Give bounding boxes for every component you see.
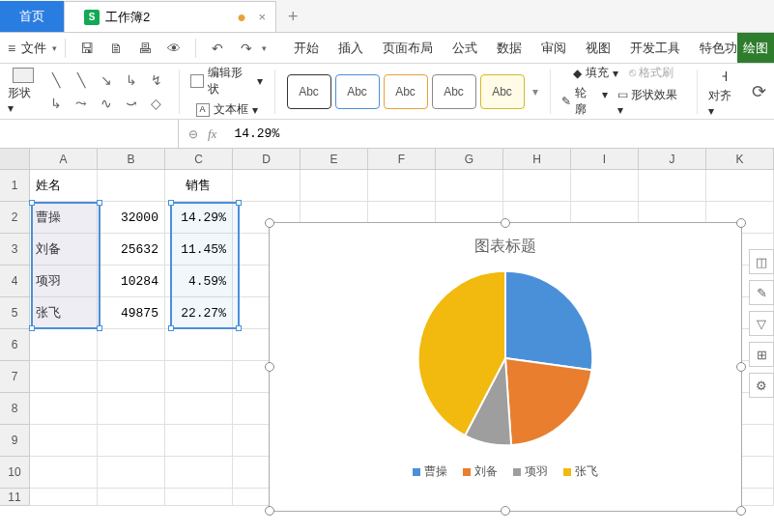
shapes-button[interactable]: 形状 ▾ xyxy=(8,68,40,115)
cell-C5[interactable]: 22.27% xyxy=(165,297,233,329)
cell-A1[interactable]: 姓名 xyxy=(30,170,98,202)
cell-A3[interactable]: 刘备 xyxy=(30,234,98,266)
col-header[interactable]: G xyxy=(436,149,503,169)
chart-format-icon[interactable]: ✎ xyxy=(749,280,774,305)
line-shape[interactable]: ↳ xyxy=(121,72,142,88)
fx-icon[interactable]: fx xyxy=(208,126,216,142)
tab-formula[interactable]: 公式 xyxy=(452,40,477,57)
select-all-corner[interactable] xyxy=(0,149,30,169)
styles-more-icon[interactable]: ▾ xyxy=(532,85,538,98)
redo-icon[interactable]: ↷ xyxy=(237,39,256,58)
shape-style-1[interactable]: Abc xyxy=(287,74,331,109)
line-shape[interactable]: ⤻ xyxy=(121,96,142,111)
shape-effect-button[interactable]: ▭ 形状效果 ▾ xyxy=(617,87,685,117)
format-painter-button[interactable]: ⎋ 格式刷 xyxy=(629,65,674,81)
tab-view[interactable]: 视图 xyxy=(586,40,611,57)
line-shape[interactable]: ◇ xyxy=(146,96,167,111)
line-shape[interactable]: ↳ xyxy=(45,96,67,111)
resize-handle[interactable] xyxy=(501,506,510,516)
row-header[interactable]: 3 xyxy=(0,234,30,266)
shape-style-4[interactable]: Abc xyxy=(432,74,476,109)
edit-shape-button[interactable]: 编辑形状 ▾ xyxy=(190,65,262,98)
save-as-icon[interactable]: 🗎 xyxy=(106,39,126,58)
zoom-out-icon[interactable]: ⊖ xyxy=(188,127,198,141)
col-header[interactable]: F xyxy=(368,149,436,169)
tab-review[interactable]: 审阅 xyxy=(541,40,566,57)
shape-style-3[interactable]: Abc xyxy=(384,74,428,109)
align-button[interactable]: ⫞ 对齐 ▾ xyxy=(708,66,740,118)
chart-legend[interactable]: 曹操 刘备 项羽 张飞 xyxy=(270,463,741,480)
home-tab[interactable]: 首页 xyxy=(0,1,64,32)
tab-pagelayout[interactable]: 页面布局 xyxy=(383,40,433,57)
cell-C1[interactable]: 销售 xyxy=(165,170,233,202)
file-dropdown-icon[interactable]: ▾ xyxy=(52,43,57,53)
cell-A4[interactable]: 项羽 xyxy=(30,266,98,297)
name-box[interactable] xyxy=(0,120,179,148)
chart-object[interactable]: 图表标题 曹操 刘备 项羽 张飞 xyxy=(269,222,742,512)
redo-dropdown-icon[interactable]: ▾ xyxy=(262,43,267,53)
resize-handle[interactable] xyxy=(736,218,746,228)
line-shape[interactable]: ↯ xyxy=(146,72,167,88)
shape-style-5[interactable]: Abc xyxy=(480,74,525,109)
tab-data[interactable]: 数据 xyxy=(497,40,522,57)
row-header[interactable]: 4 xyxy=(0,266,30,297)
col-header[interactable]: D xyxy=(233,149,301,169)
line-shape[interactable]: ╲ xyxy=(45,72,67,88)
tab-devtools[interactable]: 开发工具 xyxy=(630,40,680,57)
textbox-button[interactable]: A文本框 ▾ xyxy=(196,101,258,118)
row-header[interactable]: 2 xyxy=(0,202,30,234)
row-header[interactable]: 9 xyxy=(0,425,30,457)
cell-C2[interactable]: 14.29% xyxy=(165,202,233,234)
line-shape[interactable]: ↘ xyxy=(96,72,117,88)
cell-B3[interactable]: 25632 xyxy=(98,234,165,266)
row-header[interactable]: 6 xyxy=(0,329,30,361)
cell-B4[interactable]: 10284 xyxy=(98,266,165,297)
line-shape[interactable]: ∿ xyxy=(96,96,117,111)
col-header[interactable]: J xyxy=(639,149,706,169)
chart-settings-icon[interactable]: ⚙ xyxy=(749,373,774,398)
shape-style-2[interactable]: Abc xyxy=(335,74,380,109)
workbook-tab[interactable]: S 工作簿2 ● × xyxy=(64,1,276,32)
chart-type-icon[interactable]: ◫ xyxy=(749,249,774,274)
cell-B1[interactable] xyxy=(98,170,165,202)
pie-chart[interactable] xyxy=(270,266,741,450)
row-header[interactable]: 10 xyxy=(0,457,30,489)
tab-start[interactable]: 开始 xyxy=(294,40,319,57)
resize-handle[interactable] xyxy=(265,506,274,516)
col-header[interactable]: C xyxy=(165,149,233,169)
row-header[interactable]: 7 xyxy=(0,361,30,393)
save-icon[interactable]: 🖫 xyxy=(77,39,97,58)
col-header[interactable]: I xyxy=(571,149,639,169)
resize-handle[interactable] xyxy=(736,362,746,372)
cell-A2[interactable]: 曹操 xyxy=(30,202,98,234)
tab-insert[interactable]: 插入 xyxy=(338,40,363,57)
close-tab-icon[interactable]: × xyxy=(258,10,266,24)
new-tab-button[interactable]: + xyxy=(276,1,310,32)
row-header[interactable]: 11 xyxy=(0,489,30,506)
row-header[interactable]: 8 xyxy=(0,393,30,425)
rotate-icon[interactable]: ⟳ xyxy=(752,81,766,102)
undo-icon[interactable]: ↶ xyxy=(208,39,227,58)
cell-C3[interactable]: 11.45% xyxy=(165,234,233,266)
col-header[interactable]: K xyxy=(706,149,774,169)
col-header[interactable]: A xyxy=(30,149,98,169)
hamburger-icon[interactable]: ≡ xyxy=(8,41,15,56)
tab-drawing-tools[interactable]: 绘图 xyxy=(737,33,774,63)
outline-button[interactable]: ✎ 轮廓 ▾ ▭ 形状效果 ▾ xyxy=(561,85,684,118)
resize-handle[interactable] xyxy=(736,506,746,516)
file-menu[interactable]: 文件 xyxy=(21,40,46,57)
col-header[interactable]: B xyxy=(98,149,165,169)
cell-B2[interactable]: 32000 xyxy=(98,202,165,234)
preview-icon[interactable]: 👁 xyxy=(164,39,184,58)
chart-filter-icon[interactable]: ▽ xyxy=(749,311,774,336)
cell-B5[interactable]: 49875 xyxy=(98,297,165,329)
fill-button[interactable]: ◆ 填充 ▾ ⎋ 格式刷 xyxy=(573,65,674,81)
chart-elements-icon[interactable]: ⊞ xyxy=(749,342,774,367)
row-header[interactable]: 5 xyxy=(0,297,30,329)
formula-value[interactable]: 14.29% xyxy=(234,126,279,141)
resize-handle[interactable] xyxy=(501,218,510,228)
chart-title[interactable]: 图表标题 xyxy=(270,223,741,257)
line-shape[interactable]: ╲ xyxy=(71,72,92,88)
resize-handle[interactable] xyxy=(265,362,274,372)
print-icon[interactable]: 🖶 xyxy=(135,39,155,58)
